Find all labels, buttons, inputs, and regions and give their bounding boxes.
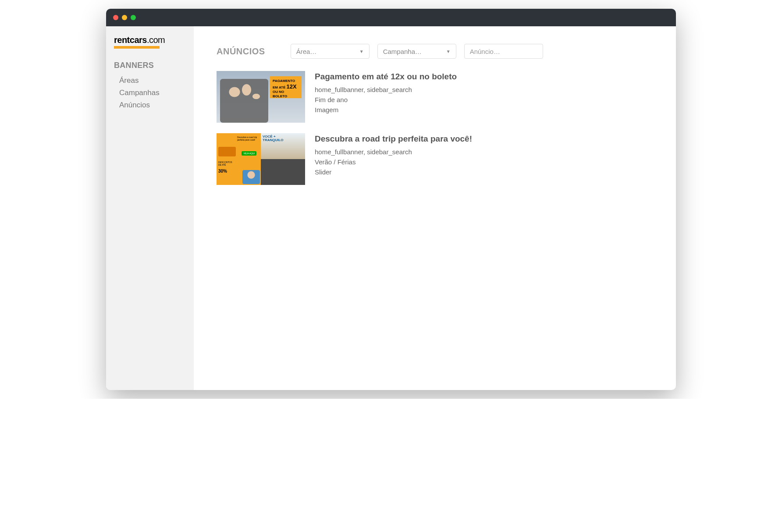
nav-heading-banners: BANNERS bbox=[114, 61, 186, 70]
filter-area-dropdown[interactable]: Área… ▼ bbox=[291, 44, 370, 59]
logo-underline bbox=[114, 46, 160, 49]
sidebar: rentcars.com BANNERS Áreas Campanhas Anú… bbox=[106, 26, 194, 390]
ad-item[interactable]: PAGAMENTO EM ATÉ 12X OU NO BOLETO Pagame… bbox=[217, 71, 653, 123]
ad-areas: home_fullbanner, sidebar_search bbox=[315, 148, 472, 156]
sidebar-item-anuncios[interactable]: Anúncios bbox=[114, 99, 186, 111]
filter-campaign-dropdown[interactable]: Campanha… ▼ bbox=[377, 44, 456, 59]
quadrant-text-2: TRANQUILO bbox=[263, 138, 303, 142]
logo-suffix: .com bbox=[147, 35, 165, 45]
app-body: rentcars.com BANNERS Áreas Campanhas Anú… bbox=[106, 26, 676, 390]
ad-type: Imagem bbox=[315, 106, 457, 113]
close-window-button[interactable] bbox=[113, 15, 118, 20]
thumbnail-quadrant-2: VOCÊ + TRANQUILO bbox=[261, 133, 305, 159]
thumbnail-badge: PAGAMENTO EM ATÉ 12X OU NO BOLETO bbox=[270, 76, 302, 98]
cta-badge: VEJA AQUI bbox=[242, 151, 256, 156]
thumbnail-people-graphic bbox=[220, 79, 268, 123]
ad-thumbnail: Descubra a road trip perfeita para você!… bbox=[217, 133, 305, 185]
traffic-lights bbox=[113, 15, 136, 20]
logo-text: rentcars.com bbox=[114, 35, 186, 45]
ad-type: Slider bbox=[315, 168, 472, 176]
chevron-down-icon: ▼ bbox=[359, 49, 364, 54]
logo-brand: rentcars bbox=[114, 35, 147, 45]
ad-list: PAGAMENTO EM ATÉ 12X OU NO BOLETO Pagame… bbox=[217, 71, 653, 185]
driver-graphic bbox=[242, 170, 260, 184]
ad-thumbnail: PAGAMENTO EM ATÉ 12X OU NO BOLETO bbox=[217, 71, 305, 123]
titlebar bbox=[106, 9, 676, 26]
badge-line: EM ATÉ 12X bbox=[273, 83, 299, 90]
app-window: rentcars.com BANNERS Áreas Campanhas Anú… bbox=[106, 9, 676, 390]
quadrant-text: Descubra a road trip perfeita para você! bbox=[237, 136, 258, 141]
search-input[interactable] bbox=[464, 44, 543, 59]
header-row: ANÚNCIOS Área… ▼ Campanha… ▼ bbox=[217, 44, 653, 59]
ad-campaign: Verão / Férias bbox=[315, 158, 472, 166]
ad-campaign: Fim de ano bbox=[315, 96, 457, 103]
chevron-down-icon: ▼ bbox=[446, 49, 451, 54]
thumbnail-quadrant-4 bbox=[261, 159, 305, 185]
filter-campaign-label: Campanha… bbox=[383, 48, 446, 55]
main-content: ANÚNCIOS Área… ▼ Campanha… ▼ bbox=[194, 26, 676, 390]
logo[interactable]: rentcars.com bbox=[114, 35, 186, 49]
ad-title: Descubra a road trip perfeita para você! bbox=[315, 134, 472, 144]
thumbnail-quadrant-1: Descubra a road trip perfeita para você!… bbox=[217, 133, 261, 159]
ad-info: Descubra a road trip perfeita para você!… bbox=[315, 133, 472, 185]
minimize-window-button[interactable] bbox=[122, 15, 127, 20]
ad-areas: home_fullbanner, sidebar_search bbox=[315, 86, 457, 93]
sidebar-item-areas[interactable]: Áreas bbox=[114, 74, 186, 87]
ad-info: Pagamento em até 12x ou no boleto home_f… bbox=[315, 71, 457, 123]
car-graphic bbox=[218, 147, 236, 156]
page-title: ANÚNCIOS bbox=[217, 46, 265, 57]
thumbnail-quadrant-3: DESCONTOS DE ATÉ 30% bbox=[217, 159, 261, 185]
maximize-window-button[interactable] bbox=[131, 15, 136, 20]
badge-line: PAGAMENTO bbox=[273, 79, 299, 83]
sidebar-item-campanhas[interactable]: Campanhas bbox=[114, 87, 186, 99]
badge-line: OU NO BOLETO bbox=[273, 90, 299, 98]
filter-area-label: Área… bbox=[296, 48, 359, 55]
ad-title: Pagamento em até 12x ou no boleto bbox=[315, 72, 457, 82]
ad-item[interactable]: Descubra a road trip perfeita para você!… bbox=[217, 133, 653, 185]
